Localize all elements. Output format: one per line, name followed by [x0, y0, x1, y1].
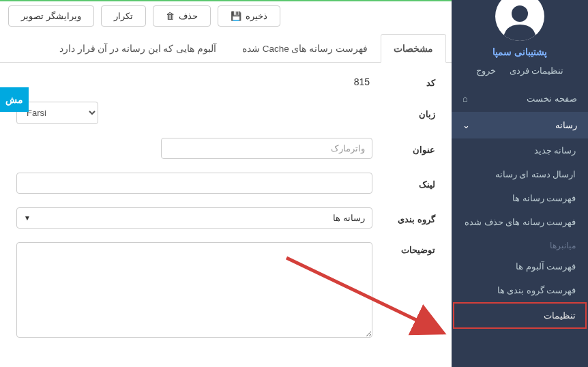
save-button[interactable]: 💾 ذخیره [218, 5, 280, 27]
label-code: کد [372, 75, 435, 88]
main-panel: ویرایشگر تصویر تکرار 🗑 حذف 💾 ذخیره مشخصا… [0, 0, 452, 367]
delete-button[interactable]: 🗑 حذف [153, 5, 211, 27]
repeat-button[interactable]: تکرار [101, 5, 146, 27]
nav-home-label: صفحه نخست [527, 93, 577, 104]
support-label: پشتیبانی سمپا [452, 46, 588, 57]
row-code: کد 815 [16, 75, 435, 88]
chevron-down-icon: ⌄ [462, 120, 470, 130]
personal-settings-link[interactable]: تنظیمات فردی [510, 65, 564, 76]
group-filter[interactable]: رسانه ها ▼ [16, 207, 372, 229]
nav-media-list[interactable]: فهرست رسانه ها [452, 186, 588, 210]
nav-media-label: رسانه [555, 120, 577, 130]
nav-album-list[interactable]: فهرست آلبوم ها [452, 254, 588, 278]
row-desc: توضیحات [16, 242, 435, 340]
label-lang: زبان [372, 106, 435, 119]
title-input[interactable] [161, 138, 372, 159]
group-filter-text: رسانه ها [333, 213, 365, 223]
row-lang: زبان Farsi [16, 102, 435, 124]
image-editor-button[interactable]: ویرایشگر تصویر [8, 5, 94, 27]
label-desc: توضیحات [372, 242, 435, 255]
row-group: گروه بندی رسانه ها ▼ [16, 207, 435, 229]
value-code: 815 [16, 76, 372, 87]
label-group: گروه بندی [372, 211, 435, 224]
link-input[interactable] [16, 173, 372, 194]
avatar [495, 0, 544, 41]
logout-link[interactable]: خروج [476, 65, 496, 76]
nav-media[interactable]: رسانه ⌄ [452, 112, 588, 138]
caret-down-icon: ▼ [24, 214, 31, 222]
floating-action-button[interactable]: مش [0, 87, 29, 112]
trash-icon: 🗑 [166, 11, 175, 21]
label-link: لینک [372, 177, 435, 190]
delete-label: حذف [179, 11, 198, 21]
tab-cache-list[interactable]: فهرست رسانه های Cache شده [229, 34, 381, 63]
nav-shortcuts-header: میانبرها [452, 234, 588, 254]
avatar-block: پشتیبانی سمپا تنظیمات فردی خروج [452, 0, 588, 76]
form: کد 815 زبان Farsi عنوان لینک [0, 63, 452, 362]
home-icon: ⌂ [462, 93, 468, 104]
nav-group-list[interactable]: فهرست گروه بندی ها [452, 278, 588, 302]
tab-specs[interactable]: مشخصات [381, 34, 446, 63]
tabs: مشخصات فهرست رسانه های Cache شده آلبوم ه… [0, 33, 452, 63]
row-title: عنوان [16, 138, 435, 159]
nav-settings[interactable]: تنظیمات [453, 302, 587, 329]
sidebar: پشتیبانی سمپا تنظیمات فردی خروج صفحه نخس… [452, 0, 588, 367]
save-icon: 💾 [231, 11, 241, 21]
sidebar-nav: صفحه نخست ⌂ رسانه ⌄ رسانه جدید ارسال دست… [452, 85, 588, 329]
user-icon [499, 0, 540, 41]
nav-new-media[interactable]: رسانه جدید [452, 138, 588, 162]
nav-home[interactable]: صفحه نخست ⌂ [452, 85, 588, 112]
nav-deleted-media-list[interactable]: فهرست رسانه های حذف شده [452, 210, 588, 234]
nav-bulk-send[interactable]: ارسال دسته ای رسانه [452, 162, 588, 186]
svg-point-0 [512, 5, 528, 22]
tab-albums[interactable]: آلبوم هایی که این رسانه در آن قرار دارد [46, 34, 229, 63]
label-title: عنوان [372, 142, 435, 155]
row-link: لینک [16, 173, 435, 194]
user-links: تنظیمات فردی خروج [452, 65, 588, 76]
save-label: ذخیره [246, 11, 267, 21]
toolbar: ویرایشگر تصویر تکرار 🗑 حذف 💾 ذخیره [0, 1, 452, 33]
desc-textarea[interactable] [16, 242, 372, 338]
lang-select[interactable]: Farsi [16, 102, 98, 124]
